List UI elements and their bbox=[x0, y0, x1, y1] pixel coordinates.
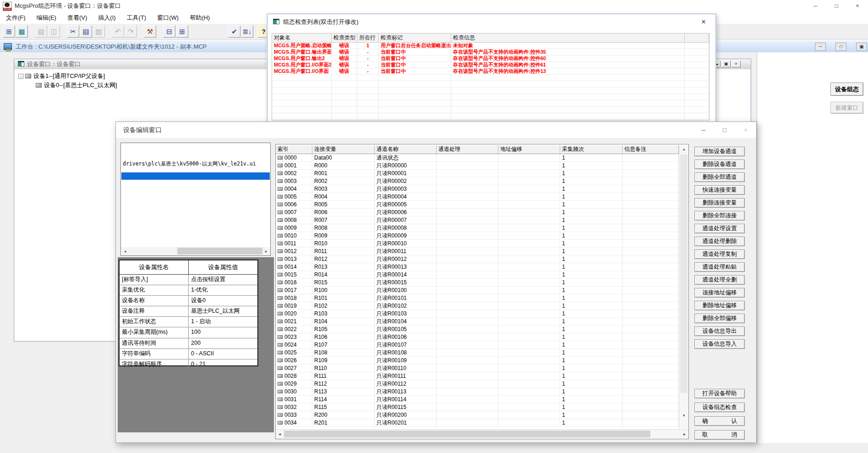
property-row[interactable]: 设备名称设备0 bbox=[120, 296, 257, 306]
driver-selected-row[interactable] bbox=[121, 172, 270, 180]
table-row[interactable]: 0016R015只读R000151 bbox=[276, 279, 679, 287]
table-row[interactable]: MCGS.用户窗口.I/O界面错误-当前窗口中存在该型号产品不支持的动画构件:控… bbox=[272, 68, 709, 75]
check-column-header[interactable]: 对象名 bbox=[272, 33, 332, 42]
check-column-header[interactable]: 所在行 bbox=[357, 33, 379, 42]
device-config-button[interactable]: 设备组态 bbox=[830, 83, 863, 96]
table-row[interactable]: 0003R002只读R000021 bbox=[276, 177, 679, 185]
tools-icon[interactable]: ⚒ bbox=[144, 25, 156, 38]
table-row[interactable]: 0002R001只读R000011 bbox=[276, 170, 679, 177]
table-row[interactable]: 0027R110只读R001101 bbox=[276, 365, 679, 372]
table-row[interactable]: 0000Data00通讯状态1 bbox=[276, 154, 679, 162]
menu-item-0[interactable]: 文件(F) bbox=[1, 12, 31, 23]
menu-item-2[interactable]: 查看(V) bbox=[62, 12, 92, 23]
table-row[interactable]: 0019R102只读R001021 bbox=[276, 302, 679, 310]
bottom-button-1[interactable]: 设备组态检查 bbox=[694, 403, 745, 412]
property-row[interactable]: 初始工作状态1 - 启动 bbox=[120, 317, 257, 327]
new-window-button[interactable]: 新建窗口 bbox=[830, 102, 863, 114]
menu-item-3[interactable]: 插入(I) bbox=[93, 12, 120, 23]
window-cascade-icon[interactable]: ⊟ bbox=[163, 25, 175, 38]
table-row[interactable]: 0014R013只读R000131 bbox=[276, 263, 679, 271]
table-row[interactable]: MCGS.用户窗口.输出界面错误-当前窗口中存在该型号产品不支持的动画构件:控件… bbox=[272, 49, 709, 55]
minimize-button[interactable]: ─ bbox=[805, 0, 826, 12]
property-row[interactable]: 字符串编码0 - ASCII bbox=[120, 349, 257, 359]
table-row[interactable]: 0023R106只读R001061 bbox=[276, 333, 679, 341]
table-row[interactable]: 0006R005只读R000051 bbox=[276, 201, 679, 209]
channel-column-header[interactable]: 采集频次 bbox=[560, 145, 622, 154]
table-row[interactable]: 0018R101只读R001011 bbox=[276, 294, 679, 302]
table-row[interactable]: 0004R003只读R000031 bbox=[276, 185, 679, 193]
channel-column-header[interactable]: 连接变量 bbox=[312, 145, 375, 154]
table-row[interactable]: 0022R105只读R001051 bbox=[276, 326, 679, 333]
scroll-left-icon[interactable]: ◂ bbox=[121, 249, 129, 254]
menu-item-4[interactable]: 工具(T) bbox=[122, 12, 152, 23]
side-button-15[interactable]: 设备信息导入 bbox=[694, 339, 745, 349]
bottom-button-0[interactable]: 打开设备帮助 bbox=[694, 389, 745, 398]
side-button-6[interactable]: 通道处理设置 bbox=[694, 224, 745, 233]
scroll-up-icon[interactable]: ▴ bbox=[679, 145, 688, 153]
table-row[interactable]: 0013R012只读R000121 bbox=[276, 255, 679, 263]
table-row[interactable]: MCGS.用户窗口.输出2错误-当前窗口中存在该型号产品不支持的动画构件:控件6… bbox=[272, 55, 709, 62]
channel-column-header[interactable]: 地址偏移 bbox=[498, 145, 560, 154]
scroll-thumb[interactable] bbox=[284, 431, 650, 437]
table-row[interactable]: 0024R107只读R001071 bbox=[276, 341, 679, 349]
table-row[interactable]: 0015R014只读R000141 bbox=[276, 271, 679, 279]
table-row[interactable]: 0021R104只读R001041 bbox=[276, 318, 679, 326]
maximize-button[interactable]: □ bbox=[835, 43, 846, 51]
table-row[interactable]: 0026R109只读R001091 bbox=[276, 357, 679, 365]
window-tile-icon[interactable]: ⊞ bbox=[176, 25, 188, 38]
table-row[interactable]: 0031R114只读R001141 bbox=[276, 396, 679, 403]
table-row[interactable]: 0032R115只读R001151 bbox=[276, 403, 679, 411]
table-row[interactable]: 0029R112只读R001121 bbox=[276, 380, 679, 388]
table-row[interactable]: 0008R007只读R000071 bbox=[276, 216, 679, 224]
close-icon[interactable]: × bbox=[698, 17, 709, 27]
copy-icon[interactable]: ▤ bbox=[80, 25, 92, 38]
sort-list-icon[interactable]: ≣↓ bbox=[241, 25, 253, 38]
menu-item-5[interactable]: 窗口(W) bbox=[152, 12, 184, 23]
bottom-button-2[interactable]: 确认 bbox=[694, 416, 745, 426]
side-button-11[interactable]: 连接地址偏移 bbox=[694, 288, 745, 298]
side-button-4[interactable]: 删除连接变量 bbox=[694, 198, 745, 208]
maximize-button[interactable]: ▣ bbox=[721, 61, 731, 67]
menu-item-6[interactable]: 帮助(H) bbox=[185, 12, 215, 23]
table-row[interactable]: 0001R000只读R000001 bbox=[276, 162, 679, 170]
table-row[interactable]: 0012R011只读R000111 bbox=[276, 248, 679, 255]
channel-column-header[interactable]: 索引 bbox=[276, 145, 312, 154]
cut-icon[interactable]: ✂ bbox=[67, 25, 79, 38]
table-row[interactable]: 0007R006只读R000061 bbox=[276, 209, 679, 216]
table-row[interactable]: 0010R009只读R000091 bbox=[276, 232, 679, 240]
channel-hscrollbar[interactable]: ◂ ▸ bbox=[276, 429, 688, 438]
scroll-left-icon[interactable]: ◂ bbox=[276, 430, 284, 438]
table-row[interactable]: 0033R200只读R002001 bbox=[276, 411, 679, 419]
table-row[interactable]: MCGS.用户策略.启动策略错误1用户窗口后台任务启动策略退出策略未知对象 bbox=[272, 43, 709, 49]
channel-column-header[interactable]: 信息备注 bbox=[622, 145, 679, 154]
tree-item-0[interactable]: -设备1--[通用TCP/IP父设备] bbox=[18, 72, 105, 80]
side-button-5[interactable]: 删除全部连接 bbox=[694, 211, 745, 221]
minimize-button[interactable]: ─ bbox=[815, 43, 826, 51]
property-row[interactable]: 设备注释基恩士PLC_以太网 bbox=[120, 306, 257, 317]
table-row[interactable]: 0011R010只读R000101 bbox=[276, 240, 679, 248]
check-column-header[interactable]: 检查类型 bbox=[332, 33, 357, 42]
side-button-9[interactable]: 通道处理粘贴 bbox=[694, 262, 745, 272]
maximize-button[interactable]: □ bbox=[826, 0, 847, 12]
bottom-button-3[interactable]: 取消 bbox=[694, 430, 745, 440]
channel-column-header[interactable]: 通道名称 bbox=[375, 145, 437, 154]
check-column-header[interactable]: 检查标记 bbox=[379, 33, 451, 42]
side-button-1[interactable]: 删除设备通道 bbox=[694, 160, 745, 169]
side-button-13[interactable]: 删除全部偏移 bbox=[694, 314, 745, 323]
side-button-2[interactable]: 删除全部通道 bbox=[694, 172, 745, 182]
new-window-icon[interactable]: ⊞ bbox=[3, 25, 15, 38]
property-row[interactable]: 采集优化1-优化 bbox=[120, 285, 257, 296]
property-row[interactable]: 通讯等待时间200 bbox=[120, 338, 257, 349]
side-button-12[interactable]: 删除地址偏移 bbox=[694, 301, 745, 310]
side-button-8[interactable]: 通道处理复制 bbox=[694, 249, 745, 259]
table-row[interactable]: 0017R100只读R001001 bbox=[276, 287, 679, 294]
driver-list-hscrollbar[interactable]: ◂ ▸ bbox=[121, 247, 270, 255]
property-row[interactable]: [标签导入]点击按钮设置 bbox=[120, 275, 257, 285]
scroll-right-icon[interactable]: ▸ bbox=[262, 249, 270, 254]
close-button[interactable]: × bbox=[735, 122, 756, 138]
minimize-button[interactable]: ─ bbox=[693, 122, 714, 138]
check-column-header[interactable] bbox=[685, 33, 709, 42]
table-row[interactable]: 0009R008只读R000081 bbox=[276, 224, 679, 232]
side-button-7[interactable]: 通道处理删除 bbox=[694, 237, 745, 246]
close-button[interactable]: × bbox=[732, 61, 741, 67]
